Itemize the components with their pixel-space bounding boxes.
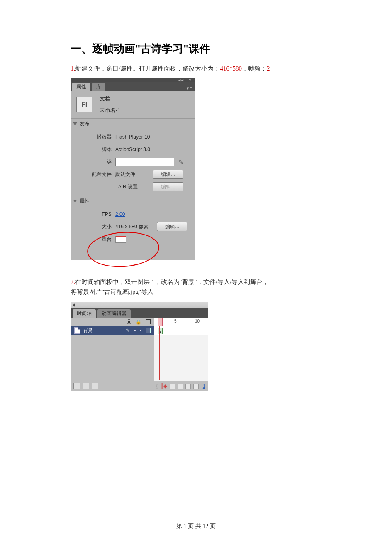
playhead[interactable] [158, 318, 163, 327]
layer-icon [74, 327, 80, 334]
player-label: 播放器: [75, 134, 115, 141]
layer-row-background[interactable]: 背景 ✎ [71, 326, 154, 335]
frame-ruler[interactable]: 5 10 [154, 318, 208, 326]
chevron-down-icon [73, 200, 77, 203]
step-1-fps: 2 [267, 65, 270, 72]
stage-color-swatch[interactable] [115, 236, 126, 243]
visibility-icon[interactable] [127, 319, 131, 324]
scrub-icon[interactable]: ⟪ [155, 383, 158, 389]
section-properties-label: 属性 [80, 196, 90, 206]
tab-motion-editor[interactable]: 动画编辑器 [97, 309, 131, 318]
new-layer-icon[interactable] [73, 383, 80, 389]
panel-tabs: 属性 库 ▾≡ [71, 82, 195, 91]
air-label: AIR 设置 [75, 183, 140, 191]
playhead-line [159, 326, 160, 380]
tab-library[interactable]: 库 [92, 83, 105, 91]
page-heading: 一、逐帧动画"古诗学习"课件 [71, 42, 328, 56]
lock-icon[interactable]: 🔒 [136, 319, 141, 325]
fps-value[interactable]: 2.00 [115, 211, 125, 217]
edit-multi-icon[interactable] [185, 384, 191, 389]
pencil-icon: ✎ [126, 328, 130, 333]
footer-middle: 页 共 [187, 523, 203, 529]
player-value: Flash Player 10 [115, 134, 150, 140]
playhead-marker-icon: ┃◆ [161, 383, 167, 389]
layer-outline-swatch[interactable] [146, 328, 151, 333]
chevron-down-icon [73, 122, 77, 125]
keyframe[interactable] [158, 328, 163, 334]
onion-outline-icon[interactable] [178, 384, 183, 389]
document-name: 未命名-1 [100, 107, 121, 114]
profile-label: 配置文件: [75, 171, 115, 178]
step-2-line1: 在时间轴面板中，双击图层 1，改名为"背景"，文件/导入/导入到舞台， [75, 279, 269, 285]
step-1-text-a: 新建文件，窗口/属性。打开属性面板，修改大小为： [75, 65, 220, 72]
panel-topbar: ◄◄ ✕ [71, 78, 195, 82]
step-1: 1.新建文件，窗口/属性。打开属性面板，修改大小为：416*580，帧频：2 [71, 64, 328, 73]
layers-column: 🔒 背景 ✎ [71, 318, 154, 381]
frame-track[interactable] [154, 326, 208, 335]
document-row: Fl 文档 未命名-1 [71, 91, 195, 118]
class-input[interactable] [115, 158, 174, 166]
step-2-line2: 将背景图片"古诗配画.jpg"导入 [71, 289, 153, 295]
current-frame-number[interactable]: 1 [203, 384, 205, 389]
section-publish-label: 发布 [80, 119, 90, 129]
onion-skin-icon[interactable] [170, 384, 175, 389]
timeline-footer: ⟪ ┃◆ 1 [71, 381, 208, 391]
ruler-mark-5: 5 [174, 319, 177, 323]
section-properties[interactable]: 属性 [71, 196, 195, 206]
new-folder-icon[interactable] [83, 383, 89, 389]
tab-properties[interactable]: 属性 [72, 83, 90, 91]
footer-total: 12 [202, 523, 208, 529]
step-2: 2.在时间轴面板中，双击图层 1，改名为"背景"，文件/导入/导入到舞台， 将背… [71, 277, 328, 297]
layer-header: 🔒 [71, 318, 154, 326]
layer-name: 背景 [83, 328, 93, 334]
collapse-icon[interactable]: ◄◄ [178, 78, 183, 82]
tab-timeline[interactable]: 时间轴 [73, 309, 96, 318]
timeline-tabs: 时间轴 动画编辑器 [71, 308, 208, 318]
stage-label: 舞台: [75, 236, 115, 243]
step-1-num: 1. [71, 65, 75, 72]
footer-current: 1 [184, 523, 187, 529]
frames-column: 5 10 [154, 318, 208, 381]
ruler-mark-10: 10 [195, 319, 200, 323]
step-2-num: 2. [71, 279, 75, 285]
collapse-left-icon[interactable] [73, 303, 75, 307]
close-icon[interactable]: ✕ [188, 78, 192, 83]
fps-label: FPS: [75, 211, 115, 217]
edit-pencil-icon[interactable]: ✎ [178, 159, 183, 165]
profile-value: 默认文件 [115, 171, 153, 178]
size-value: 416 x 580 像素 [115, 223, 157, 230]
properties-panel: ◄◄ ✕ 属性 库 ▾≡ Fl 文档 未命名-1 发布 播放器: Flash P… [71, 78, 195, 260]
script-label: 脚本: [75, 146, 115, 153]
class-label: 类: [75, 159, 115, 166]
step-1-text-b: ，帧频： [242, 65, 267, 72]
document-type-label: 文档 [100, 95, 121, 103]
edit-size-button[interactable]: 编辑... [157, 222, 187, 231]
markers-icon[interactable] [193, 384, 199, 389]
timeline-panel: 时间轴 动画编辑器 🔒 背景 ✎ [71, 302, 208, 391]
size-label: 大小: [75, 223, 115, 230]
edit-profile-button[interactable]: 编辑... [153, 170, 183, 179]
footer-prefix: 第 [176, 523, 184, 529]
layer-dot-icon [134, 330, 136, 331]
page-number-footer: 第 1 页 共 12 页 [0, 523, 392, 530]
flash-document-icon: Fl [76, 97, 92, 112]
panel-menu-icon[interactable]: ▾≡ [187, 86, 192, 91]
script-value: ActionScript 3.0 [115, 147, 150, 152]
section-publish[interactable]: 发布 [71, 118, 195, 129]
outline-icon[interactable] [146, 319, 151, 324]
delete-layer-icon[interactable] [92, 383, 98, 389]
layer-dot-icon [140, 330, 141, 331]
footer-suffix: 页 [208, 523, 216, 529]
step-1-size: 416*580 [220, 65, 242, 72]
edit-air-button: 编辑... [153, 182, 183, 191]
timeline-topbar [71, 302, 208, 308]
